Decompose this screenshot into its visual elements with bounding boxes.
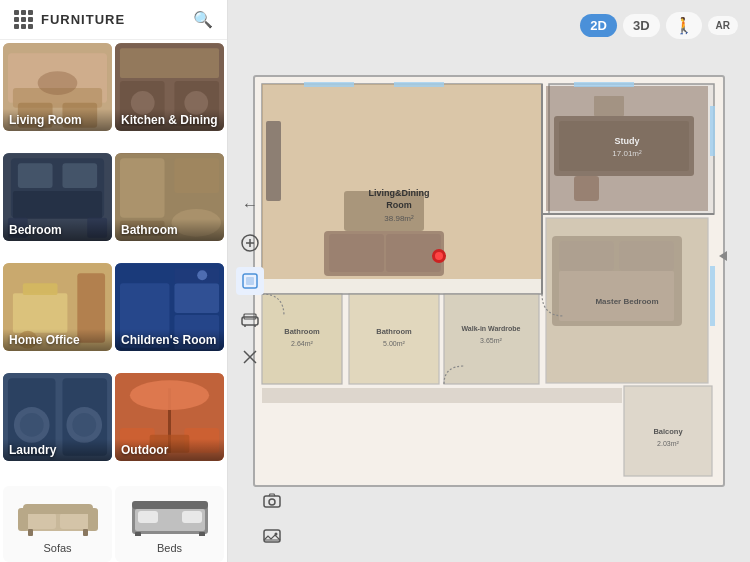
svg-rect-52 (18, 508, 28, 531)
svg-rect-116 (574, 82, 634, 87)
svg-rect-54 (28, 529, 33, 536)
view-2d-button[interactable]: 2D (580, 14, 617, 37)
svg-point-5 (38, 71, 78, 95)
svg-rect-79 (262, 294, 342, 384)
subcategory-label-sofas: Sofas (43, 542, 71, 554)
category-item-bedroom[interactable]: Bedroom (3, 153, 112, 241)
svg-rect-16 (13, 191, 102, 219)
category-label-bathroom: Bathroom (115, 219, 224, 241)
subcategory-item-sofas[interactable]: Sofas (3, 486, 112, 562)
svg-point-91 (435, 252, 443, 260)
category-item-childrens[interactable]: Children's Room (115, 263, 224, 351)
subcategory-label-beds: Beds (157, 542, 182, 554)
category-grid: Living Room Kitchen & Dining (0, 40, 227, 483)
bottom-toolbar (258, 486, 286, 550)
svg-text:Study: Study (614, 136, 639, 146)
svg-rect-53 (88, 508, 98, 531)
category-label-outdoor: Outdoor (115, 439, 224, 461)
bed-image (130, 494, 210, 538)
svg-rect-50 (60, 513, 90, 529)
view-3d-button[interactable]: 3D (623, 14, 660, 37)
svg-rect-98 (619, 241, 674, 271)
svg-rect-51 (23, 504, 93, 514)
svg-text:5.00m²: 5.00m² (383, 340, 405, 347)
add-icon[interactable] (236, 229, 264, 257)
view-walk-button[interactable]: 🚶 (666, 12, 702, 39)
svg-text:2.64m²: 2.64m² (291, 340, 313, 347)
svg-text:2.03m²: 2.03m² (657, 440, 679, 447)
category-item-outdoor[interactable]: Outdoor (115, 373, 224, 461)
subcategory-item-beds[interactable]: Beds (115, 486, 224, 562)
svg-rect-59 (182, 511, 202, 523)
svg-rect-31 (174, 283, 219, 313)
svg-rect-80 (349, 294, 439, 384)
category-item-living[interactable]: Living Room (3, 43, 112, 131)
svg-rect-15 (62, 163, 97, 188)
svg-rect-89 (266, 121, 281, 201)
svg-text:Bathroom: Bathroom (284, 327, 320, 336)
svg-rect-93 (559, 121, 689, 171)
view-ar-button[interactable]: AR (708, 16, 738, 35)
svg-point-124 (275, 533, 278, 536)
svg-rect-86 (329, 234, 384, 272)
left-toolbar: ← (236, 191, 264, 371)
sofa-image (18, 494, 98, 538)
floor-icon[interactable] (236, 267, 264, 295)
svg-rect-97 (559, 241, 614, 271)
scissor-icon[interactable] (236, 343, 264, 371)
svg-point-44 (130, 380, 209, 410)
svg-rect-84 (262, 388, 622, 403)
svg-rect-94 (574, 176, 599, 201)
svg-rect-7 (120, 48, 219, 78)
search-icon[interactable]: 🔍 (193, 10, 213, 29)
svg-text:Walk-in Wardrobe: Walk-in Wardrobe (462, 325, 521, 332)
main-area: ← 2D 3D 🚶 AR (228, 0, 750, 562)
category-label-homeoffice: Home Office (3, 329, 112, 351)
category-label-kitchen: Kitchen & Dining (115, 109, 224, 131)
category-item-laundry[interactable]: Laundry (3, 373, 112, 461)
sidebar-header: FURNITURE 🔍 (0, 0, 227, 40)
svg-text:38.98m²: 38.98m² (384, 214, 414, 223)
svg-rect-26 (23, 283, 58, 295)
category-label-living: Living Room (3, 109, 112, 131)
svg-rect-61 (135, 532, 141, 536)
svg-text:Living&Dining: Living&Dining (369, 188, 430, 198)
svg-rect-114 (304, 82, 354, 87)
svg-rect-25 (13, 293, 67, 333)
floorplan[interactable]: Living&Dining Room 38.98m² Study 17.01m²… (244, 66, 734, 496)
svg-rect-49 (26, 513, 56, 529)
svg-text:17.01m²: 17.01m² (612, 149, 642, 158)
image-icon[interactable] (258, 522, 286, 550)
sidebar: FURNITURE 🔍 Living Room (0, 0, 228, 562)
svg-rect-99 (559, 271, 674, 321)
svg-rect-62 (199, 532, 205, 536)
category-item-kitchen[interactable]: Kitchen & Dining (115, 43, 224, 131)
category-item-homeoffice[interactable]: Home Office (3, 263, 112, 351)
sidebar-header-left: FURNITURE (14, 10, 125, 29)
svg-rect-14 (18, 163, 53, 188)
grid-icon (14, 10, 33, 29)
svg-rect-115 (394, 82, 444, 87)
svg-point-41 (72, 413, 96, 437)
svg-rect-20 (120, 158, 165, 217)
category-label-laundry: Laundry (3, 439, 112, 461)
sidebar-title: FURNITURE (41, 12, 125, 27)
svg-point-33 (197, 270, 207, 280)
back-icon[interactable]: ← (236, 191, 264, 219)
camera-icon[interactable] (258, 486, 286, 514)
svg-rect-58 (138, 511, 158, 523)
svg-rect-60 (132, 501, 208, 509)
subcategory-grid: Sofas Beds (0, 483, 227, 562)
view-controls: 2D 3D 🚶 AR (580, 12, 738, 39)
svg-rect-118 (710, 266, 715, 326)
svg-rect-117 (710, 106, 715, 156)
category-item-bathroom[interactable]: Bathroom (115, 153, 224, 241)
svg-rect-95 (594, 96, 624, 116)
svg-point-121 (269, 499, 275, 505)
svg-rect-21 (174, 158, 219, 193)
furniture-icon[interactable] (236, 305, 264, 333)
svg-rect-67 (246, 277, 254, 285)
category-label-bedroom: Bedroom (3, 219, 112, 241)
svg-text:Room: Room (386, 200, 412, 210)
svg-text:3.65m²: 3.65m² (480, 337, 502, 344)
